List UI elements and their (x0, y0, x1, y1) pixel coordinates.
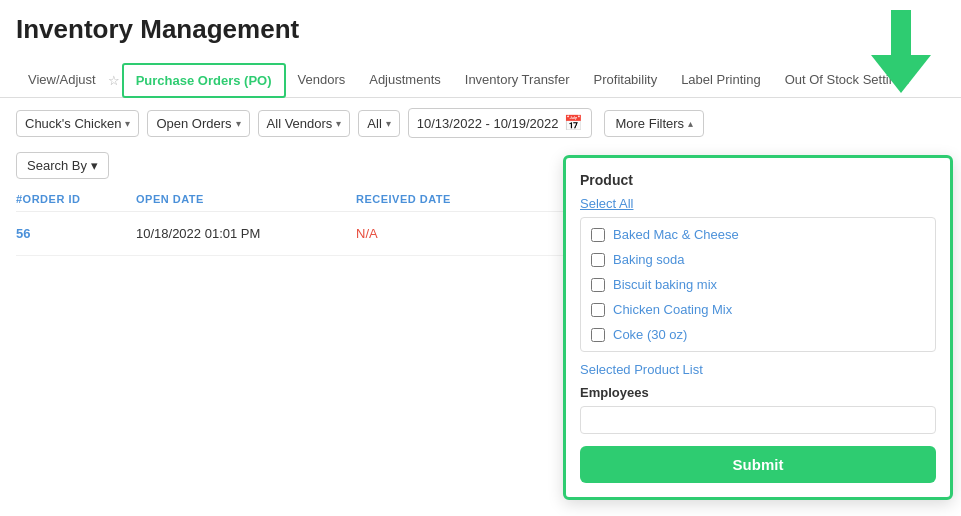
category-chevron: ▾ (386, 118, 391, 129)
nav-item-vendors[interactable]: Vendors (286, 64, 358, 97)
product-checkbox-baked-mac[interactable] (591, 228, 605, 242)
employees-label: Employees (580, 385, 936, 400)
filter-bar: Chuck's Chicken ▾ Open Orders ▾ All Vend… (0, 98, 961, 148)
product-label-baking-soda: Baking soda (613, 252, 685, 267)
nav-item-adjustments[interactable]: Adjustments (357, 64, 453, 97)
status-filter[interactable]: Open Orders ▾ (147, 110, 249, 137)
selected-product-label: Selected Product List (580, 362, 936, 377)
location-filter[interactable]: Chuck's Chicken ▾ (16, 110, 139, 137)
more-filters-label: More Filters (615, 116, 684, 131)
vendor-label: All Vendors (267, 116, 333, 131)
product-item-chicken-coating[interactable]: Chicken Coating Mix (581, 297, 935, 322)
status-label: Open Orders (156, 116, 231, 131)
product-label-biscuit-mix: Biscuit baking mix (613, 277, 717, 292)
date-range-label: 10/13/2022 - 10/19/2022 (417, 116, 559, 131)
nav-item-inventory-transfer[interactable]: Inventory Transfer (453, 64, 582, 97)
product-item-coke[interactable]: Coke (30 oz) (581, 322, 935, 347)
search-by-button[interactable]: Search By ▾ (16, 152, 109, 179)
product-checkbox-coke[interactable] (591, 328, 605, 342)
page-title: Inventory Management (16, 14, 945, 45)
nav-item-label-printing[interactable]: Label Printing (669, 64, 773, 97)
product-section-title: Product (580, 172, 936, 188)
col-received-date: RECEIVED DATE (356, 193, 556, 205)
nav-bar: View/Adjust ☆ Purchase Orders (PO) Vendo… (0, 63, 961, 98)
product-label-chicken-coating: Chicken Coating Mix (613, 302, 732, 317)
location-label: Chuck's Chicken (25, 116, 121, 131)
vendor-filter[interactable]: All Vendors ▾ (258, 110, 351, 137)
calendar-icon: 📅 (564, 114, 583, 132)
employees-input[interactable] (580, 406, 936, 434)
received-date-cell: N/A (356, 226, 556, 241)
product-label-coke: Coke (30 oz) (613, 327, 687, 342)
selected-product-section: Selected Product List (580, 362, 936, 377)
status-chevron: ▾ (236, 118, 241, 129)
submit-button[interactable]: Submit (580, 446, 936, 483)
more-filters-button[interactable]: More Filters ▴ (604, 110, 704, 137)
product-checkbox-baking-soda[interactable] (591, 253, 605, 267)
green-arrow-indicator (871, 10, 931, 90)
product-item-baked-mac[interactable]: Baked Mac & Cheese (581, 222, 935, 247)
product-checkbox-biscuit-mix[interactable] (591, 278, 605, 292)
star-icon[interactable]: ☆ (108, 73, 120, 88)
product-item-biscuit-mix[interactable]: Biscuit baking mix (581, 272, 935, 297)
product-checkbox-chicken-coating[interactable] (591, 303, 605, 317)
col-order-id: #ORDER ID (16, 193, 136, 205)
open-date-cell: 10/18/2022 01:01 PM (136, 226, 356, 241)
nav-item-profitability[interactable]: Profitability (582, 64, 670, 97)
page-header: Inventory Management (0, 0, 961, 63)
date-range-filter[interactable]: 10/13/2022 - 10/19/2022 📅 (408, 108, 593, 138)
product-label-baked-mac: Baked Mac & Cheese (613, 227, 739, 242)
location-chevron: ▾ (125, 118, 130, 129)
search-by-label: Search By (27, 158, 87, 173)
more-filters-chevron: ▴ (688, 118, 693, 129)
product-list: Baked Mac & Cheese Baking soda Biscuit b… (580, 217, 936, 352)
col-open-date: OPEN DATE (136, 193, 356, 205)
nav-item-purchase-orders[interactable]: Purchase Orders (PO) (122, 63, 286, 98)
product-item-baking-soda[interactable]: Baking soda (581, 247, 935, 272)
category-label: All (367, 116, 381, 131)
nav-item-view-adjust[interactable]: View/Adjust (16, 64, 108, 97)
select-all-link[interactable]: Select All (580, 196, 936, 211)
order-id-cell: 56 (16, 226, 136, 241)
product-dropdown: Product Select All Baked Mac & Cheese Ba… (563, 155, 953, 500)
employees-section: Employees (580, 385, 936, 434)
vendor-chevron: ▾ (336, 118, 341, 129)
search-by-chevron: ▾ (91, 158, 98, 173)
category-filter[interactable]: All ▾ (358, 110, 399, 137)
